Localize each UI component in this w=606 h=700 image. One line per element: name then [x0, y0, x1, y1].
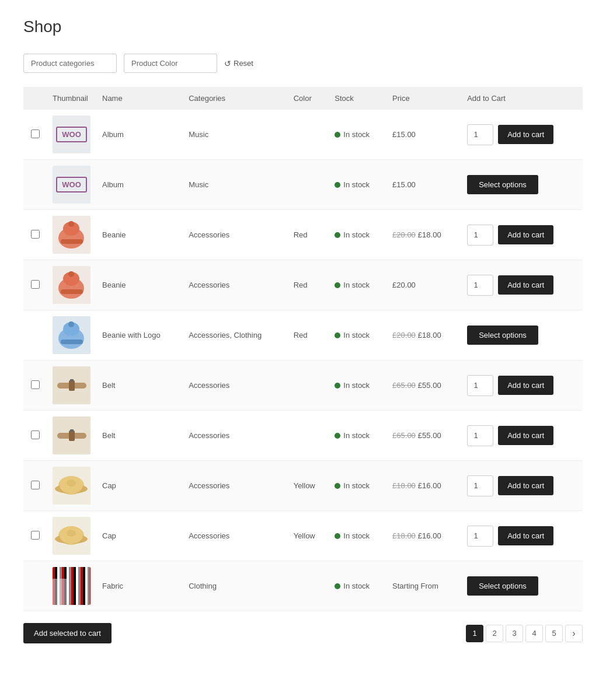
svg-point-3	[68, 221, 74, 227]
category-filter[interactable]: Product categories	[23, 54, 117, 73]
stock-label: In stock	[343, 381, 370, 390]
stock-dot	[335, 332, 340, 338]
product-stock: In stock	[329, 210, 386, 260]
table-row: CapAccessoriesYellowIn stock£18.00£16.00…	[23, 511, 583, 561]
product-thumbnail	[47, 210, 96, 260]
quantity-input[interactable]	[467, 475, 493, 496]
add-to-cart-button[interactable]: Add to cart	[498, 476, 553, 495]
row-checkbox[interactable]	[31, 280, 40, 289]
col-color: Color	[288, 87, 329, 110]
product-name: Cap	[96, 511, 183, 561]
product-price: £65.00£55.00	[386, 360, 461, 411]
stock-label: In stock	[343, 230, 370, 239]
row-checkbox[interactable]	[31, 230, 40, 239]
product-action: Add to cart	[461, 210, 583, 260]
product-action: Select options	[461, 310, 583, 360]
svg-rect-5	[61, 289, 83, 294]
svg-rect-16	[69, 430, 75, 441]
row-checkbox[interactable]	[31, 380, 40, 389]
stock-label: In stock	[343, 582, 370, 590]
product-color	[288, 360, 329, 411]
svg-rect-9	[61, 340, 83, 344]
svg-point-11	[68, 321, 74, 327]
stock-dot	[335, 132, 340, 138]
price-normal: Starting From	[392, 582, 438, 590]
price-new: £55.00	[418, 431, 441, 440]
product-action: Select options	[461, 561, 583, 611]
product-action: Add to cart	[461, 260, 583, 310]
row-checkbox[interactable]	[31, 481, 40, 489]
page-button-3[interactable]: 3	[506, 625, 523, 642]
color-filter[interactable]: Product Color	[124, 54, 217, 73]
product-price: £15.00	[386, 160, 461, 210]
add-selected-button[interactable]: Add selected to cart	[23, 623, 112, 643]
select-options-button[interactable]: Select options	[467, 326, 538, 345]
product-thumbnail	[47, 461, 96, 511]
price-old: £65.00	[392, 381, 416, 390]
table-row: Beanie with LogoAccessories, ClothingRed…	[23, 310, 583, 360]
product-color	[288, 411, 329, 461]
quantity-input[interactable]	[467, 124, 493, 145]
col-price: Price	[386, 87, 461, 110]
pagination-next[interactable]: ›	[565, 625, 583, 642]
stock-dot	[335, 383, 340, 388]
add-to-cart-button[interactable]: Add to cart	[498, 275, 553, 295]
page-button-2[interactable]: 2	[486, 625, 503, 642]
svg-rect-13	[69, 380, 75, 391]
footer-row: Add selected to cart 12345›	[23, 623, 583, 643]
product-name: Beanie	[96, 260, 183, 310]
page-button-5[interactable]: 5	[545, 625, 563, 642]
product-name: Beanie with Logo	[96, 310, 183, 360]
reset-button[interactable]: ↺ Reset	[224, 59, 253, 68]
select-options-button[interactable]: Select options	[467, 175, 538, 194]
select-options-button[interactable]: Select options	[467, 576, 538, 596]
product-thumbnail	[47, 511, 96, 561]
add-to-cart-button[interactable]: Add to cart	[498, 376, 553, 395]
page-button-4[interactable]: 4	[525, 625, 543, 642]
table-row: BeltAccessoriesIn stock£65.00£55.00 Add …	[23, 411, 583, 461]
product-action: Add to cart	[461, 110, 583, 160]
row-checkbox[interactable]	[31, 531, 40, 540]
table-row: WOO AlbumMusicIn stock£15.00Select optio…	[23, 160, 583, 210]
add-to-cart-button[interactable]: Add to cart	[498, 526, 553, 545]
quantity-input[interactable]	[467, 275, 493, 296]
price-old: £18.00	[392, 531, 416, 540]
row-checkbox[interactable]	[31, 130, 40, 138]
product-stock: In stock	[329, 110, 386, 160]
svg-rect-1	[61, 239, 83, 244]
reset-label: Reset	[234, 59, 253, 68]
price-normal: £15.00	[392, 180, 416, 189]
product-color	[288, 561, 329, 611]
product-stock: In stock	[329, 360, 386, 411]
add-to-cart-button[interactable]: Add to cart	[498, 426, 553, 445]
add-to-cart-button[interactable]: Add to cart	[498, 125, 553, 144]
product-stock: In stock	[329, 411, 386, 461]
quantity-input[interactable]	[467, 425, 493, 446]
product-color: Red	[288, 210, 329, 260]
product-thumbnail	[47, 310, 96, 360]
product-thumbnail: WOO	[47, 110, 96, 160]
svg-point-7	[68, 271, 74, 277]
price-normal: £15.00	[392, 130, 416, 139]
col-checkbox	[23, 87, 47, 110]
svg-rect-17	[70, 429, 74, 432]
page-button-1[interactable]: 1	[466, 625, 483, 642]
product-color: Yellow	[288, 461, 329, 511]
col-name: Name	[96, 87, 183, 110]
quantity-input[interactable]	[467, 225, 493, 246]
product-stock: In stock	[329, 561, 386, 611]
quantity-input[interactable]	[467, 375, 493, 396]
pagination: 12345›	[466, 625, 583, 642]
stock-dot	[335, 533, 340, 539]
row-checkbox[interactable]	[31, 430, 40, 439]
product-color	[288, 110, 329, 160]
product-name: Belt	[96, 411, 183, 461]
stock-dot	[335, 182, 340, 188]
stock-dot	[335, 232, 340, 238]
product-thumbnail	[47, 360, 96, 411]
price-normal: £20.00	[392, 281, 416, 289]
add-to-cart-button[interactable]: Add to cart	[498, 225, 553, 244]
col-thumbnail: Thumbnail	[47, 87, 96, 110]
stock-dot	[335, 483, 340, 489]
quantity-input[interactable]	[467, 526, 493, 547]
